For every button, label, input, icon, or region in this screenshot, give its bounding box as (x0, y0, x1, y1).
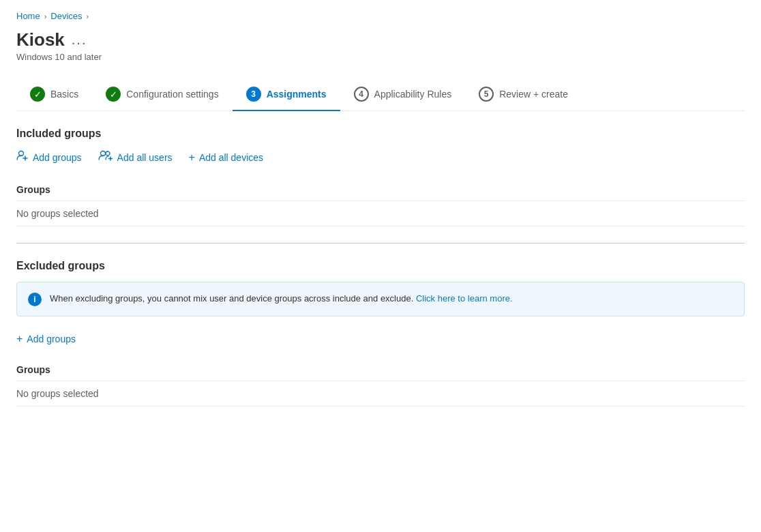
excluded-groups-actions: + Add groups (16, 333, 745, 345)
tab-basics-label: Basics (50, 89, 78, 100)
tab-applicability-number: 4 (354, 87, 369, 102)
breadcrumb-home[interactable]: Home (16, 11, 40, 21)
included-groups-empty: No groups selected (16, 201, 745, 226)
breadcrumb-chevron2: › (87, 12, 89, 20)
table-row: No groups selected (16, 201, 745, 226)
tab-review-label: Review + create (499, 89, 568, 100)
info-icon: i (28, 293, 42, 306)
add-groups-label: Add groups (33, 152, 82, 163)
add-all-devices-button[interactable]: + Add all devices (189, 151, 264, 164)
add-all-users-icon (98, 149, 113, 165)
page-title: Kiosk (16, 29, 65, 50)
included-groups-header: Groups (16, 179, 745, 201)
add-all-users-label: Add all users (117, 152, 173, 163)
add-all-users-button[interactable]: Add all users (98, 149, 173, 165)
info-text: When excluding groups, you cannot mix us… (50, 292, 513, 306)
svg-point-4 (106, 151, 110, 156)
tab-assignments-number: 3 (246, 87, 261, 102)
tab-applicability-label: Applicability Rules (374, 89, 452, 100)
included-groups-actions: Add groups Add all users + Add all devic… (16, 149, 745, 165)
tab-config-check-icon: ✓ (106, 87, 121, 102)
page-options-button[interactable]: ... (72, 32, 87, 48)
tab-assignments-label: Assignments (267, 89, 327, 100)
included-groups-table: Groups No groups selected (16, 179, 745, 226)
breadcrumb: Home › Devices › (16, 11, 745, 21)
tab-config[interactable]: ✓ Configuration settings (92, 78, 232, 111)
excluded-groups-section: Excluded groups i When excluding groups,… (16, 260, 745, 407)
add-groups-button[interactable]: Add groups (16, 149, 82, 165)
included-groups-section: Included groups Add groups (16, 128, 745, 226)
breadcrumb-chevron1: › (44, 12, 47, 20)
tab-review-number: 5 (479, 87, 494, 102)
included-groups-title: Included groups (16, 128, 745, 140)
page-subtitle: Windows 10 and later (16, 52, 745, 62)
breadcrumb-devices[interactable]: Devices (50, 11, 82, 21)
tab-review[interactable]: 5 Review + create (465, 78, 582, 111)
tab-applicability[interactable]: 4 Applicability Rules (340, 78, 466, 111)
excluded-groups-table: Groups No groups selected (16, 359, 745, 407)
excluded-groups-header: Groups (16, 359, 745, 381)
excluded-groups-empty: No groups selected (16, 381, 745, 407)
tab-config-label: Configuration settings (126, 89, 218, 100)
wizard-tabs: ✓ Basics ✓ Configuration settings 3 Assi… (16, 78, 745, 111)
add-excluded-groups-plus-icon: + (16, 333, 23, 345)
tab-basics[interactable]: ✓ Basics (16, 78, 92, 111)
add-all-devices-label: Add all devices (199, 152, 263, 163)
table-row: No groups selected (16, 381, 745, 407)
add-groups-person-icon (16, 149, 29, 165)
info-message: When excluding groups, you cannot mix us… (50, 293, 413, 304)
excluded-groups-title: Excluded groups (16, 260, 745, 272)
tab-assignments[interactable]: 3 Assignments (233, 78, 340, 111)
info-link[interactable]: Click here to learn more. (416, 293, 513, 304)
add-excluded-groups-button[interactable]: + Add groups (16, 333, 76, 345)
section-divider (16, 243, 745, 243)
add-excluded-groups-label: Add groups (27, 334, 76, 344)
add-all-devices-plus-icon: + (189, 151, 195, 164)
info-box: i When excluding groups, you cannot mix … (16, 282, 745, 316)
tab-basics-check-icon: ✓ (30, 87, 45, 102)
page-header: Kiosk ... Windows 10 and later (16, 29, 745, 62)
